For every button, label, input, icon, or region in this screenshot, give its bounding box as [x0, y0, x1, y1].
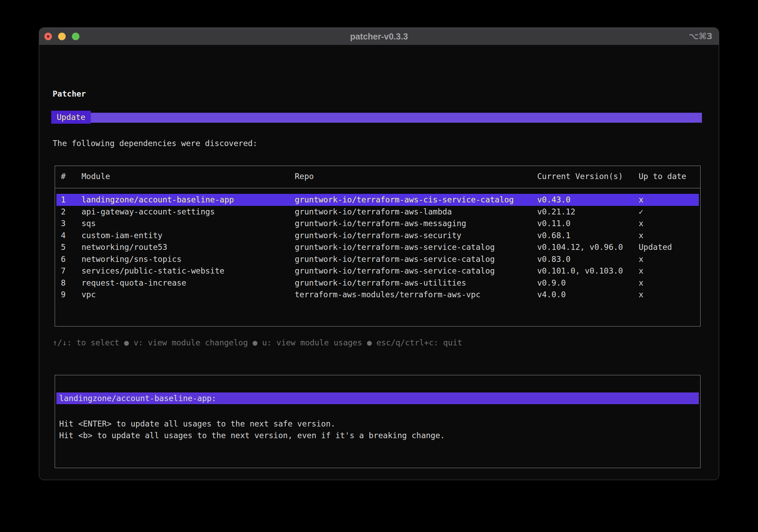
- table-row[interactable]: 6networking/sns-topicsgruntwork-io/terra…: [56, 253, 699, 265]
- row-status: ✓: [639, 207, 699, 216]
- row-version: v0.104.12, v0.96.0: [537, 243, 639, 252]
- row-module: vpc: [82, 290, 295, 299]
- row-module: networking/sns-topics: [82, 255, 295, 264]
- row-version: v0.43.0: [537, 195, 639, 204]
- keybinding-help: ↑/↓: to select ● v: view module changelo…: [53, 338, 462, 347]
- module-detail-panel: landingzone/account-baseline-app: Hit <E…: [55, 375, 701, 468]
- column-header-uptodate: Up to date: [639, 172, 699, 181]
- column-header-num: #: [61, 172, 82, 181]
- row-num: 6: [61, 255, 82, 264]
- table-row[interactable]: 3sqsgruntwork-io/terraform-aws-messaging…: [56, 218, 699, 230]
- window-shortcut-badge: ⌥⌘3: [689, 28, 713, 45]
- app-window: patcher-v0.3.3 ⌥⌘3 Patcher Update The fo…: [39, 27, 719, 480]
- row-repo: gruntwork-io/terraform-aws-messaging: [295, 219, 537, 228]
- table-row[interactable]: 5networking/route53gruntwork-io/terrafor…: [56, 241, 699, 253]
- row-num: 7: [61, 266, 82, 275]
- page-title: Patcher: [53, 89, 86, 98]
- row-num: 9: [61, 290, 82, 299]
- column-header-repo: Repo: [295, 172, 537, 181]
- row-version: v0.101.0, v0.103.0: [537, 266, 639, 275]
- dependencies-table: # Module Repo Current Version(s) Up to d…: [55, 166, 701, 326]
- tab-bar: Update: [51, 111, 702, 124]
- row-version: v0.21.12: [537, 207, 639, 216]
- table-row[interactable]: 8request-quota-increasegruntwork-io/terr…: [56, 277, 699, 289]
- row-repo: gruntwork-io/terraform-aws-service-catal…: [295, 255, 537, 264]
- row-status: x: [639, 219, 699, 228]
- row-module: landingzone/account-baseline-app: [82, 195, 295, 204]
- row-version: v0.68.1: [537, 231, 639, 240]
- row-num: 2: [61, 207, 82, 216]
- row-num: 4: [61, 231, 82, 240]
- table-row[interactable]: 7services/public-static-websitegruntwork…: [56, 265, 699, 277]
- row-num: 8: [61, 278, 82, 287]
- table-row[interactable]: 2api-gateway-account-settingsgruntwork-i…: [56, 206, 699, 218]
- row-repo: gruntwork-io/terraform-aws-service-catal…: [295, 243, 537, 252]
- header-separator: [55, 188, 700, 188]
- row-module: custom-iam-entity: [82, 231, 295, 240]
- row-module: services/public-static-website: [82, 266, 295, 275]
- row-status: x: [639, 266, 699, 275]
- column-header-module: Module: [82, 172, 295, 181]
- row-module: sqs: [82, 219, 295, 228]
- table-row[interactable]: 9vpcterraform-aws-modules/terraform-aws-…: [56, 289, 699, 301]
- row-module: request-quota-increase: [82, 278, 295, 287]
- row-version: v0.9.0: [537, 278, 639, 287]
- row-repo: gruntwork-io/terraform-aws-utilities: [295, 278, 537, 287]
- detail-instruction-breaking: Hit <b> to update all usages to the next…: [59, 431, 445, 440]
- row-num: 5: [61, 243, 82, 252]
- tab-update[interactable]: Update: [51, 111, 91, 124]
- table-header: # Module Repo Current Version(s) Up to d…: [56, 171, 699, 181]
- column-header-version: Current Version(s): [537, 172, 639, 181]
- row-version: v0.11.0: [537, 219, 639, 228]
- terminal-content: Patcher Update The following dependencie…: [39, 45, 719, 480]
- row-status: x: [639, 195, 699, 204]
- row-status: x: [639, 255, 699, 264]
- tab-bar-track: [51, 113, 702, 123]
- row-status: Updated: [639, 243, 699, 252]
- table-rows: 1landingzone/account-baseline-appgruntwo…: [56, 194, 699, 301]
- selected-module-header: landingzone/account-baseline-app:: [56, 392, 699, 404]
- row-status: x: [639, 231, 699, 240]
- row-status: x: [639, 290, 699, 299]
- row-version: v0.83.0: [537, 255, 639, 264]
- row-module: networking/route53: [82, 243, 295, 252]
- window-titlebar[interactable]: patcher-v0.3.3 ⌥⌘3: [39, 28, 719, 45]
- row-repo: gruntwork-io/terraform-aws-service-catal…: [295, 266, 537, 275]
- table-row[interactable]: 4custom-iam-entitygruntwork-io/terraform…: [56, 230, 699, 242]
- row-num: 3: [61, 219, 82, 228]
- row-repo: terraform-aws-modules/terraform-aws-vpc: [295, 290, 537, 299]
- row-module: api-gateway-account-settings: [82, 207, 295, 216]
- row-repo: gruntwork-io/terraform-aws-cis-service-c…: [295, 195, 537, 204]
- row-num: 1: [61, 195, 82, 204]
- row-repo: gruntwork-io/terraform-aws-lambda: [295, 207, 537, 216]
- table-row[interactable]: 1landingzone/account-baseline-appgruntwo…: [56, 194, 699, 206]
- window-title: patcher-v0.3.3: [39, 28, 719, 45]
- detail-instruction-enter: Hit <ENTER> to update all usages to the …: [59, 419, 335, 428]
- row-version: v4.0.0: [537, 290, 639, 299]
- row-repo: gruntwork-io/terraform-aws-security: [295, 231, 537, 240]
- intro-text: The following dependencies were discover…: [53, 139, 257, 148]
- row-status: x: [639, 278, 699, 287]
